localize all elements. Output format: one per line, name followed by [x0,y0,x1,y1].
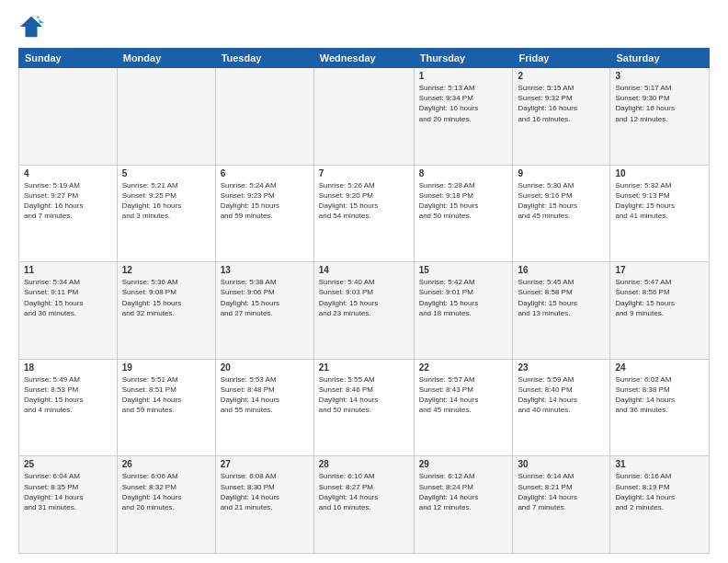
calendar-cell: 26Sunrise: 6:06 AM Sunset: 8:32 PM Dayli… [117,456,215,554]
cell-info: Sunrise: 5:45 AM Sunset: 8:58 PM Dayligh… [518,277,605,318]
day-number: 19 [122,362,210,373]
day-number: 27 [221,459,309,469]
calendar-cell: 25Sunrise: 6:04 AM Sunset: 8:35 PM Dayli… [19,456,118,554]
day-number: 23 [518,362,605,373]
calendar-cell: 21Sunrise: 5:55 AM Sunset: 8:46 PM Dayli… [313,359,414,456]
day-number: 12 [122,265,210,275]
calendar-cell: 19Sunrise: 5:51 AM Sunset: 8:51 PM Dayli… [117,359,215,456]
cell-info: Sunrise: 6:06 AM Sunset: 8:32 PM Dayligh… [122,471,210,512]
cell-info: Sunrise: 6:14 AM Sunset: 8:21 PM Dayligh… [518,471,605,512]
cell-info: Sunrise: 5:15 AM Sunset: 9:32 PM Dayligh… [518,83,605,124]
calendar-cell: 3Sunrise: 5:17 AM Sunset: 9:30 PM Daylig… [610,68,710,166]
calendar-cell: 27Sunrise: 6:08 AM Sunset: 8:30 PM Dayli… [215,456,313,554]
calendar-cell: 22Sunrise: 5:57 AM Sunset: 8:43 PM Dayli… [414,359,513,456]
day-number: 8 [419,168,508,178]
calendar-cell: 12Sunrise: 5:36 AM Sunset: 9:08 PM Dayli… [117,262,215,360]
day-number: 17 [615,265,704,275]
calendar-cell: 30Sunrise: 6:14 AM Sunset: 8:21 PM Dayli… [513,456,610,554]
col-header-saturday: Saturday [610,49,710,68]
day-number: 2 [518,71,605,81]
calendar-cell: 13Sunrise: 5:38 AM Sunset: 9:06 PM Dayli… [215,262,313,360]
cell-info: Sunrise: 5:34 AM Sunset: 9:11 PM Dayligh… [24,277,112,318]
day-number: 10 [615,168,704,178]
day-number: 6 [221,168,309,178]
calendar-cell: 28Sunrise: 6:10 AM Sunset: 8:27 PM Dayli… [313,456,414,554]
day-number: 3 [615,71,704,81]
day-number: 26 [122,459,210,469]
day-number: 1 [419,71,508,81]
day-number: 30 [518,459,605,469]
calendar-table: SundayMondayTuesdayWednesdayThursdayFrid… [18,48,710,554]
cell-info: Sunrise: 6:12 AM Sunset: 8:24 PM Dayligh… [419,471,508,512]
calendar-cell: 11Sunrise: 5:34 AM Sunset: 9:11 PM Dayli… [19,262,118,360]
calendar-cell: 20Sunrise: 5:53 AM Sunset: 8:48 PM Dayli… [215,359,313,456]
col-header-monday: Monday [117,49,215,68]
calendar: SundayMondayTuesdayWednesdayThursdayFrid… [18,48,710,554]
calendar-cell: 15Sunrise: 5:42 AM Sunset: 9:01 PM Dayli… [414,262,513,360]
calendar-cell: 10Sunrise: 5:32 AM Sunset: 9:13 PM Dayli… [610,165,710,262]
calendar-cell: 18Sunrise: 5:49 AM Sunset: 8:53 PM Dayli… [19,359,118,456]
day-number: 9 [518,168,605,178]
day-number: 21 [319,362,409,373]
calendar-cell [313,68,414,166]
calendar-cell: 5Sunrise: 5:21 AM Sunset: 9:25 PM Daylig… [117,165,215,262]
calendar-cell: 29Sunrise: 6:12 AM Sunset: 8:24 PM Dayli… [414,456,513,554]
cell-info: Sunrise: 5:24 AM Sunset: 9:23 PM Dayligh… [221,180,309,222]
day-number: 14 [319,265,409,275]
calendar-cell: 7Sunrise: 5:26 AM Sunset: 9:20 PM Daylig… [313,165,414,262]
cell-info: Sunrise: 5:28 AM Sunset: 9:18 PM Dayligh… [419,180,508,222]
cell-info: Sunrise: 5:51 AM Sunset: 8:51 PM Dayligh… [122,374,210,416]
calendar-cell: 31Sunrise: 6:16 AM Sunset: 8:19 PM Dayli… [610,456,710,554]
cell-info: Sunrise: 6:16 AM Sunset: 8:19 PM Dayligh… [615,471,704,512]
day-number: 24 [615,362,704,373]
cell-info: Sunrise: 5:26 AM Sunset: 9:20 PM Dayligh… [319,180,409,222]
cell-info: Sunrise: 6:10 AM Sunset: 8:27 PM Dayligh… [319,471,409,512]
cell-info: Sunrise: 5:19 AM Sunset: 9:27 PM Dayligh… [24,180,112,222]
day-number: 18 [24,362,112,373]
day-number: 15 [419,265,508,275]
calendar-cell: 24Sunrise: 6:02 AM Sunset: 8:38 PM Dayli… [610,359,710,456]
logo [18,15,48,40]
cell-info: Sunrise: 5:55 AM Sunset: 8:46 PM Dayligh… [319,374,409,416]
day-number: 16 [518,265,605,275]
cell-info: Sunrise: 5:59 AM Sunset: 8:40 PM Dayligh… [518,374,605,416]
calendar-cell [215,68,313,166]
day-number: 25 [24,459,112,469]
calendar-cell: 14Sunrise: 5:40 AM Sunset: 9:03 PM Dayli… [313,262,414,360]
day-number: 20 [221,362,309,373]
day-number: 7 [319,168,409,178]
col-header-wednesday: Wednesday [313,49,414,68]
cell-info: Sunrise: 5:30 AM Sunset: 9:16 PM Dayligh… [518,180,605,222]
cell-info: Sunrise: 5:40 AM Sunset: 9:03 PM Dayligh… [319,277,409,318]
cell-info: Sunrise: 5:21 AM Sunset: 9:25 PM Dayligh… [122,180,210,222]
cell-info: Sunrise: 5:32 AM Sunset: 9:13 PM Dayligh… [615,180,704,222]
cell-info: Sunrise: 5:47 AM Sunset: 8:56 PM Dayligh… [615,277,704,318]
calendar-cell: 1Sunrise: 5:13 AM Sunset: 9:34 PM Daylig… [414,68,513,166]
col-header-tuesday: Tuesday [215,49,313,68]
cell-info: Sunrise: 5:57 AM Sunset: 8:43 PM Dayligh… [419,374,508,416]
calendar-cell: 8Sunrise: 5:28 AM Sunset: 9:18 PM Daylig… [414,165,513,262]
cell-info: Sunrise: 6:02 AM Sunset: 8:38 PM Dayligh… [615,374,704,416]
day-number: 4 [24,168,112,178]
calendar-cell: 9Sunrise: 5:30 AM Sunset: 9:16 PM Daylig… [513,165,610,262]
cell-info: Sunrise: 6:04 AM Sunset: 8:35 PM Dayligh… [24,471,112,512]
cell-info: Sunrise: 5:17 AM Sunset: 9:30 PM Dayligh… [615,83,704,124]
cell-info: Sunrise: 5:13 AM Sunset: 9:34 PM Dayligh… [419,83,508,124]
cell-info: Sunrise: 5:42 AM Sunset: 9:01 PM Dayligh… [419,277,508,318]
day-number: 29 [419,459,508,469]
col-header-sunday: Sunday [19,49,118,68]
day-number: 31 [615,459,704,469]
calendar-cell: 23Sunrise: 5:59 AM Sunset: 8:40 PM Dayli… [513,359,610,456]
col-header-friday: Friday [513,49,610,68]
cell-info: Sunrise: 5:49 AM Sunset: 8:53 PM Dayligh… [24,374,112,416]
cell-info: Sunrise: 5:53 AM Sunset: 8:48 PM Dayligh… [221,374,309,416]
page-header [18,15,710,40]
logo-icon [18,15,44,40]
calendar-cell: 2Sunrise: 5:15 AM Sunset: 9:32 PM Daylig… [513,68,610,166]
cell-info: Sunrise: 6:08 AM Sunset: 8:30 PM Dayligh… [221,471,309,512]
cell-info: Sunrise: 5:36 AM Sunset: 9:08 PM Dayligh… [122,277,210,318]
day-number: 13 [221,265,309,275]
calendar-cell: 6Sunrise: 5:24 AM Sunset: 9:23 PM Daylig… [215,165,313,262]
day-number: 28 [319,459,409,469]
day-number: 22 [419,362,508,373]
